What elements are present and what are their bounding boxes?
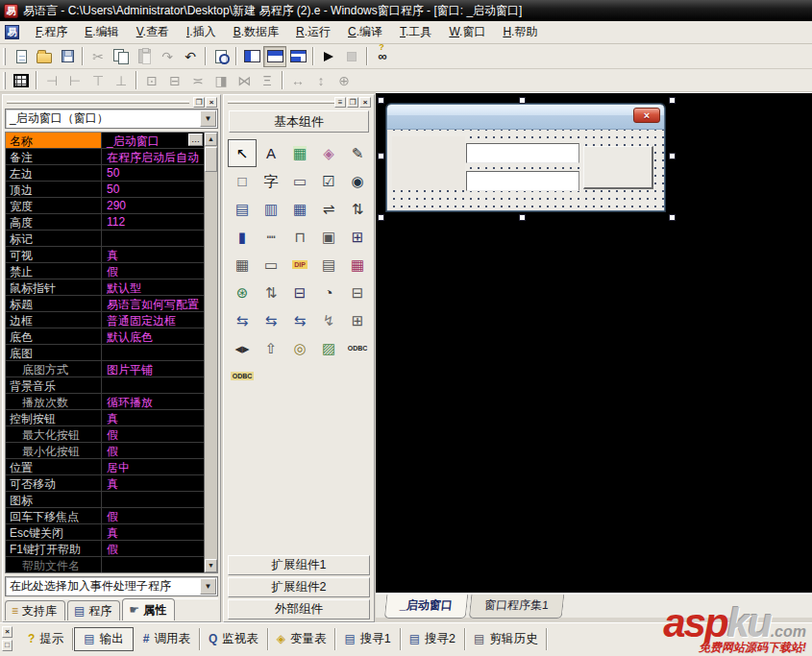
output-close-button[interactable]: × xyxy=(2,626,12,638)
server-socket[interactable]: ⇆ xyxy=(257,306,285,334)
designed-button[interactable] xyxy=(583,146,653,189)
undo-button[interactable]: ↶ xyxy=(179,46,202,67)
property-row[interactable]: 底图方式图片平铺 xyxy=(6,361,204,377)
selection-handle-bottom-left[interactable] xyxy=(378,214,384,221)
property-value[interactable]: 易语言如何写配置 xyxy=(102,296,204,311)
mdi-child-icon[interactable]: 易 xyxy=(5,25,19,39)
single-line-edit[interactable]: ▭ xyxy=(257,251,285,279)
property-row[interactable]: 帮助文件名 xyxy=(6,557,204,573)
component-group-button-1[interactable]: 扩展组件1 xyxy=(228,555,370,575)
property-value[interactable] xyxy=(102,377,204,393)
property-row[interactable]: 名称_启动窗口… xyxy=(6,133,204,149)
odbc-connection[interactable]: ODBC xyxy=(343,334,372,362)
property-row[interactable]: 标题易语言如何写配置 xyxy=(6,296,204,312)
menu-item-f[interactable]: F.程序 xyxy=(27,21,76,43)
panel-float-button[interactable]: ❐ xyxy=(347,97,358,108)
menu-item-w[interactable]: W.窗口 xyxy=(440,21,494,43)
chevron-down-icon[interactable]: ▼ xyxy=(200,578,216,595)
char-label[interactable]: 字 xyxy=(257,167,285,195)
property-value[interactable]: 在程序启动后自动 xyxy=(102,149,204,164)
property-ellipsis-button[interactable]: … xyxy=(188,134,203,146)
form-designer-button[interactable] xyxy=(10,70,33,91)
radio-button[interactable]: ◉ xyxy=(343,167,372,195)
output-tab-call-table[interactable]: #调用表 xyxy=(135,628,200,650)
panel-float-button[interactable]: ❐ xyxy=(193,97,205,108)
property-row[interactable]: 底色默认底色 xyxy=(6,328,204,345)
property-row[interactable]: 可否移动真 xyxy=(6,475,204,492)
menu-item-i[interactable]: I.插入 xyxy=(178,21,225,43)
label-component[interactable]: A xyxy=(257,139,285,167)
menu-item-c[interactable]: C.编译 xyxy=(339,21,391,43)
property-row[interactable]: 回车下移焦点假 xyxy=(6,508,204,524)
output-restore-button[interactable]: □ xyxy=(2,640,12,651)
dip-folder[interactable]: DIP xyxy=(285,251,314,279)
property-value[interactable] xyxy=(102,492,204,507)
basic-components-button[interactable]: 基本组件 xyxy=(229,110,369,133)
border-panel[interactable]: ▭ xyxy=(285,167,314,195)
output-tab-search1[interactable]: ▤搜寻1 xyxy=(335,628,400,650)
property-row[interactable]: 禁止假 xyxy=(6,263,204,279)
new-file-button[interactable] xyxy=(10,46,33,67)
property-value[interactable]: _启动窗口… xyxy=(102,133,204,148)
property-row[interactable]: 左边50 xyxy=(6,165,204,182)
tab-program[interactable]: ▤程序 xyxy=(67,600,120,620)
property-row[interactable]: 备注在程序启动后自动 xyxy=(6,149,204,165)
selection-handle-mid-right[interactable] xyxy=(669,153,676,159)
checklist-box[interactable]: ▦ xyxy=(285,195,314,223)
list-box[interactable]: ▤ xyxy=(228,195,257,223)
form-designer-canvas[interactable]: × xyxy=(376,92,812,593)
component-group-button-3[interactable]: 外部组件 xyxy=(228,599,370,620)
property-row[interactable]: 最大化按钮假 xyxy=(6,426,204,443)
selection-handle-mid-left[interactable] xyxy=(378,153,384,159)
month-calendar[interactable]: ▦ xyxy=(343,251,372,279)
scroll-up-icon[interactable]: ▲ xyxy=(205,133,217,146)
data-source[interactable]: ⇧ xyxy=(257,334,285,362)
client-socket[interactable]: ⇆ xyxy=(228,306,257,334)
property-row[interactable]: 可视真 xyxy=(6,247,204,263)
property-value[interactable] xyxy=(102,231,204,246)
property-value[interactable] xyxy=(102,557,204,572)
selector-arrow[interactable]: ↖ xyxy=(228,139,257,167)
property-row[interactable]: 控制按钮真 xyxy=(6,410,204,426)
scroll-bar[interactable]: ┉ xyxy=(257,223,285,251)
property-value[interactable]: 假 xyxy=(102,443,204,458)
property-value[interactable]: 图片平铺 xyxy=(102,361,204,377)
toolbar-grip[interactable] xyxy=(3,72,6,89)
progress-bar[interactable]: ▮ xyxy=(228,223,257,251)
horizontal-slider[interactable]: ⇌ xyxy=(314,195,343,223)
property-row[interactable]: 宽度290 xyxy=(6,198,204,214)
property-value[interactable]: 真 xyxy=(102,475,204,491)
com-port-plug[interactable]: ↯ xyxy=(314,306,343,334)
panel-close-button[interactable]: × xyxy=(359,97,371,108)
property-row[interactable]: 最小化按钮假 xyxy=(6,443,204,459)
property-value[interactable]: 真 xyxy=(102,410,204,425)
find-in-program-button[interactable] xyxy=(209,46,233,67)
help-search-button[interactable]: ∞ xyxy=(371,46,394,67)
selection-handle-top-right[interactable] xyxy=(669,97,676,104)
data-grid[interactable]: ⊞ xyxy=(343,306,372,334)
property-row[interactable]: 顶边50 xyxy=(6,182,204,198)
designed-window[interactable]: × xyxy=(386,104,665,211)
updown-spinner[interactable]: ⇅ xyxy=(343,195,372,223)
property-value[interactable]: 50 xyxy=(102,165,204,181)
designer-tab-startup-window[interactable]: _启动窗口 xyxy=(384,595,468,619)
property-row[interactable]: 背景音乐 xyxy=(6,377,204,394)
designer-tab-program-set[interactable]: 窗口程序集1 xyxy=(468,595,563,619)
property-value[interactable]: 112 xyxy=(102,214,204,230)
layout-bottom-panel-button[interactable] xyxy=(286,46,309,67)
property-value[interactable] xyxy=(102,345,204,360)
animation-box[interactable]: ▣ xyxy=(314,223,343,251)
event-handler-dropdown[interactable]: 在此处选择加入事件处理子程序 ▼ xyxy=(5,576,218,596)
property-value[interactable]: 290 xyxy=(102,198,204,213)
layout-left-panel-button[interactable] xyxy=(240,46,263,67)
property-row[interactable]: 底图 xyxy=(6,345,204,361)
panel-menu-button[interactable]: ≡ xyxy=(334,97,346,108)
picture-box[interactable]: ▦ xyxy=(285,139,314,167)
property-value[interactable]: 假 xyxy=(102,263,204,279)
copy-button[interactable] xyxy=(110,46,133,67)
toolbar-window[interactable]: ⊟ xyxy=(285,279,314,306)
property-value[interactable]: 假 xyxy=(102,426,204,442)
property-row[interactable]: 播放次数循环播放 xyxy=(6,394,204,410)
property-value[interactable]: 默认底色 xyxy=(102,328,204,344)
selection-handle-top-left[interactable] xyxy=(378,97,384,104)
